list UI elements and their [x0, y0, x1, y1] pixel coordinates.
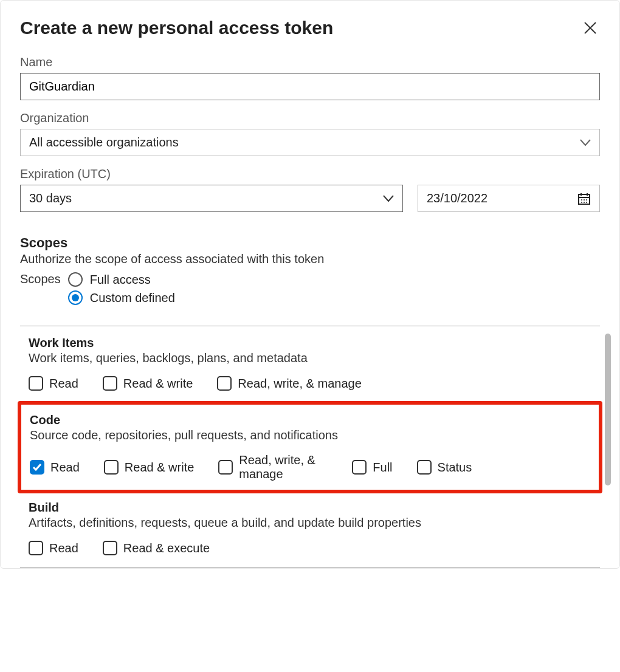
chevron-down-icon [580, 139, 591, 146]
expiration-label: Expiration (UTC) [20, 167, 600, 181]
calendar-icon [577, 192, 591, 205]
permission-label: Read [49, 377, 78, 391]
dialog-header: Create a new personal access token [20, 18, 600, 38]
svg-point-6 [586, 199, 587, 201]
scopes-sub: Authorize the scope of access associated… [20, 252, 600, 266]
permission-label: Read & execute [123, 541, 210, 555]
svg-point-7 [581, 202, 582, 203]
permission-label: Read, write, & manage [239, 453, 328, 481]
permission-row: ReadRead & writeRead, write, & manage [29, 376, 591, 391]
scope-group: BuildArtifacts, definitions, requests, q… [20, 491, 600, 568]
permission-label: Read & write [125, 461, 195, 475]
svg-point-8 [584, 202, 585, 203]
permission-checkbox[interactable] [103, 376, 117, 391]
expiration-value: 30 days [29, 191, 72, 205]
permission-checkbox[interactable] [417, 460, 432, 475]
permission-label: Status [438, 461, 472, 475]
permission-checkbox[interactable] [29, 541, 43, 555]
permission-option: Read [30, 453, 80, 481]
permission-label: Read [50, 461, 80, 475]
expiration-date-input[interactable]: 23/10/2022 [418, 185, 600, 212]
name-label: Name [20, 55, 600, 69]
permission-checkbox[interactable] [217, 376, 232, 391]
organization-select[interactable]: All accessible organizations [20, 129, 600, 156]
scrollbar-thumb[interactable] [605, 334, 611, 485]
permission-option: Read, write, & manage [218, 453, 328, 481]
permission-label: Read [49, 541, 78, 555]
permission-label: Full [373, 461, 392, 475]
organization-label: Organization [20, 111, 600, 125]
scope-radio[interactable] [68, 290, 83, 305]
permission-row: ReadRead & writeRead, write, & manageFul… [30, 453, 590, 481]
organization-value: All accessible organizations [29, 135, 179, 149]
permission-option: Read & write [104, 453, 195, 481]
expiration-select[interactable]: 30 days [20, 185, 403, 212]
scope-group-desc: Source code, repositories, pull requests… [30, 428, 590, 442]
scopes-list: Work ItemsWork items, queries, backlogs,… [20, 326, 600, 568]
permission-checkbox[interactable] [218, 460, 233, 475]
scope-group-title: Build [29, 501, 591, 515]
scopes-heading: Scopes [20, 235, 600, 251]
permission-checkbox[interactable] [30, 460, 44, 475]
permission-option: Full [352, 453, 392, 481]
scope-group-desc: Work items, queries, backlogs, plans, an… [29, 351, 591, 365]
close-button[interactable] [580, 18, 600, 38]
scope-group: Work ItemsWork items, queries, backlogs,… [20, 326, 600, 403]
svg-point-5 [584, 199, 585, 201]
svg-point-4 [581, 199, 582, 201]
permission-option: Read & write [103, 376, 193, 391]
scope-group-title: Code [30, 413, 590, 427]
permission-checkbox[interactable] [104, 460, 119, 475]
permission-option: Status [417, 453, 472, 481]
permission-option: Read & execute [103, 541, 210, 555]
dialog-title: Create a new personal access token [20, 18, 333, 38]
permission-checkbox[interactable] [103, 541, 117, 555]
scope-group: CodeSource code, repositories, pull requ… [18, 401, 602, 493]
scopes-inline-label: Scopes [20, 272, 61, 309]
scope-group-desc: Artifacts, definitions, requests, queue … [29, 516, 591, 530]
scope-radio-label: Full access [90, 273, 151, 287]
scopes-radio-group: Scopes Full accessCustom defined [20, 269, 600, 309]
scope-radio-row: Full access [68, 272, 175, 287]
scope-radio-label: Custom defined [90, 291, 175, 305]
check-icon [32, 462, 42, 472]
permission-checkbox[interactable] [29, 376, 43, 391]
chevron-down-icon [383, 195, 394, 202]
scope-radio[interactable] [68, 272, 83, 287]
svg-point-9 [586, 202, 587, 203]
name-input[interactable] [20, 73, 600, 100]
close-icon [584, 21, 597, 35]
permission-option: Read, write, & manage [217, 376, 361, 391]
permission-checkbox[interactable] [352, 460, 367, 475]
expiration-date-value: 23/10/2022 [427, 191, 487, 205]
permission-label: Read, write, & manage [238, 377, 361, 391]
permission-label: Read & write [123, 377, 193, 391]
scope-radio-row: Custom defined [68, 290, 175, 305]
permission-option: Read [29, 541, 78, 555]
permission-option: Read [29, 376, 78, 391]
create-pat-dialog: Create a new personal access token Name … [0, 0, 620, 569]
scope-group-title: Work Items [29, 336, 591, 350]
permission-row: ReadRead & execute [29, 541, 591, 555]
